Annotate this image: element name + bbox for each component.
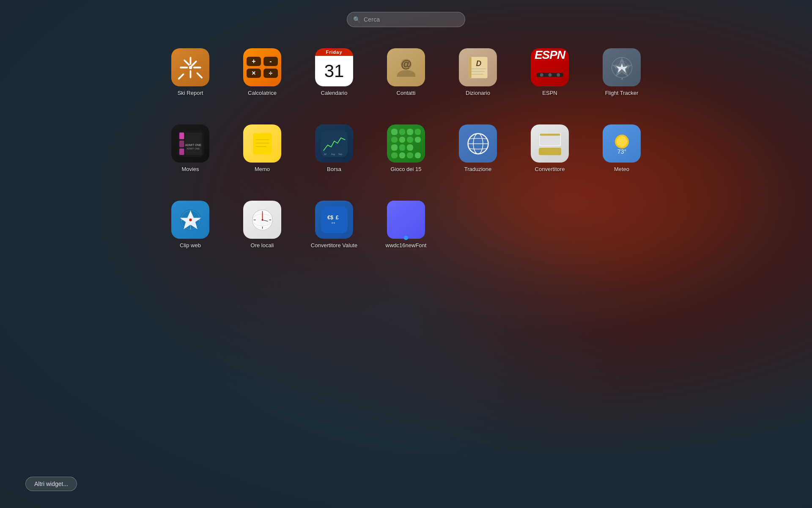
contatti-label: Contatti [397, 90, 416, 96]
bottom-bar: Altri widget... [25, 477, 77, 491]
dashboard-container: 🔍 Cerca [0, 0, 812, 508]
traduzione-icon [459, 124, 497, 163]
app-item-convertitore[interactable]: Convertitore [514, 120, 586, 196]
apps-grid: Ski Report + - × ÷ Calcolatrice Friday 3… [154, 44, 658, 273]
svg-rect-6 [190, 60, 197, 67]
app-item-wwdc[interactable]: wwdc16newFont [370, 196, 442, 273]
memo-label: Memo [255, 166, 270, 172]
app-item-calendario[interactable]: Friday 31 Calendario [298, 44, 370, 120]
clip-web-icon [171, 201, 209, 239]
calendario-label: Calendario [321, 90, 348, 96]
convertitore-label: Convertitore [535, 166, 565, 172]
svg-point-18 [540, 73, 543, 77]
app-item-borsa[interactable]: Jul Aug Sep Borsa [298, 120, 370, 196]
app-item-memo[interactable]: Memo [226, 120, 298, 196]
svg-text:ADMIT ONE: ADMIT ONE [187, 147, 200, 150]
calendario-icon: Friday 31 [315, 48, 353, 86]
svg-text:@: @ [401, 58, 411, 69]
svg-rect-2 [189, 70, 191, 78]
app-item-convertitore-valute[interactable]: €$ £ ↔ Convertitore Valute [298, 196, 370, 273]
traduzione-label: Traduzione [464, 166, 492, 172]
svg-rect-25 [179, 133, 184, 139]
calcolatrice-label: Calcolatrice [248, 90, 277, 96]
movies-label: Movies [181, 166, 199, 172]
app-item-gioco15[interactable]: Gioco dei 15 [370, 120, 442, 196]
dizionario-label: Dizionario [466, 90, 490, 96]
search-bar-wrapper: 🔍 Cerca [347, 12, 465, 27]
app-item-espn[interactable]: ESPN ESPN [514, 44, 586, 120]
app-item-flight-tracker[interactable]: ✈ Flight Tracker [586, 44, 658, 120]
svg-rect-45 [539, 147, 561, 155]
search-bar[interactable]: 🔍 Cerca [347, 12, 465, 27]
calcolatrice-icon: + - × ÷ [243, 48, 281, 86]
app-item-contatti[interactable]: @ Contatti [370, 44, 442, 120]
svg-rect-8 [196, 72, 203, 79]
svg-rect-31 [253, 133, 272, 154]
svg-rect-44 [540, 133, 560, 135]
convertitore-icon [531, 124, 569, 163]
convertitore-valute-label: Convertitore Valute [311, 242, 357, 248]
svg-point-47 [616, 136, 627, 146]
svg-point-63 [261, 219, 263, 221]
svg-text:73°: 73° [617, 148, 626, 155]
app-item-dizionario[interactable]: D Dizionario [442, 44, 514, 120]
gioco15-label: Gioco dei 15 [391, 166, 422, 172]
wwdc-icon [387, 201, 425, 239]
flight-tracker-label: Flight Tracker [605, 90, 639, 96]
svg-text:✈: ✈ [621, 77, 623, 80]
svg-text:Sep: Sep [338, 152, 342, 155]
svg-text:Aug: Aug [331, 152, 335, 155]
clip-web-label: Clip web [180, 242, 201, 248]
svg-rect-1 [189, 57, 191, 65]
app-item-calcolatrice[interactable]: + - × ÷ Calcolatrice [226, 44, 298, 120]
contatti-icon: @ [387, 48, 425, 86]
app-item-meteo[interactable]: 73° Meteo [586, 120, 658, 196]
borsa-label: Borsa [327, 166, 341, 172]
ore-locali-icon [243, 201, 281, 239]
app-item-traduzione[interactable]: Traduzione [442, 120, 514, 196]
svg-point-54 [189, 218, 192, 221]
wwdc-notification-dot [404, 236, 408, 240]
svg-rect-5 [183, 59, 190, 66]
espn-label: ESPN [542, 90, 557, 96]
borsa-icon: Jul Aug Sep [315, 124, 353, 163]
meteo-icon: 73° [603, 124, 641, 163]
ore-locali-label: Ore locali [251, 242, 274, 248]
svg-rect-3 [180, 66, 188, 68]
dizionario-icon: D [459, 48, 497, 86]
search-placeholder: Cerca [364, 16, 380, 23]
svg-rect-27 [179, 148, 184, 155]
svg-rect-7 [178, 73, 184, 80]
svg-text:ADMIT ONE: ADMIT ONE [185, 143, 201, 146]
calendar-date: 31 [315, 56, 353, 86]
wwdc-label: wwdc16newFont [386, 242, 427, 248]
search-icon: 🔍 [353, 16, 360, 23]
svg-text:Jul: Jul [324, 152, 326, 155]
svg-rect-4 [193, 66, 201, 68]
svg-rect-26 [179, 140, 184, 147]
app-item-clip-web[interactable]: Clip web [154, 196, 226, 273]
ski-report-label: Ski Report [178, 90, 203, 96]
espn-icon: ESPN [531, 48, 569, 86]
movies-icon: ADMIT ONE ADMIT ONE [171, 124, 209, 163]
gioco15-icon [387, 124, 425, 163]
svg-rect-12 [469, 57, 471, 78]
altri-widget-button[interactable]: Altri widget... [25, 477, 77, 491]
app-item-ski-report[interactable]: Ski Report [154, 44, 226, 120]
svg-point-20 [557, 73, 560, 77]
app-item-ore-locali[interactable]: Ore locali [226, 196, 298, 273]
svg-point-19 [548, 73, 551, 77]
calendar-day: Friday [315, 48, 353, 56]
ski-report-icon [171, 48, 209, 86]
memo-icon [243, 124, 281, 163]
app-item-movies[interactable]: ADMIT ONE ADMIT ONE Movies [154, 120, 226, 196]
espn-text: ESPN [535, 48, 565, 62]
svg-text:D: D [476, 59, 481, 68]
svg-text:↔: ↔ [330, 219, 336, 226]
meteo-label: Meteo [614, 166, 629, 172]
convertitore-valute-icon: €$ £ ↔ [315, 201, 353, 239]
flight-tracker-icon: ✈ [603, 48, 641, 86]
